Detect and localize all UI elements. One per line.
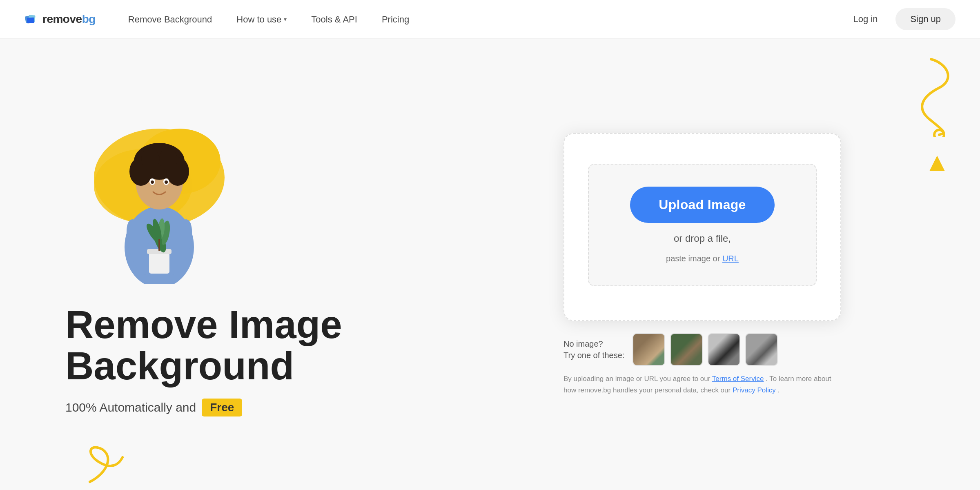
signup-button[interactable]: Sign up bbox=[895, 8, 956, 30]
terms-of-service-link[interactable]: Terms of Service bbox=[712, 375, 764, 383]
sample-image-4[interactable] bbox=[745, 333, 778, 366]
svg-rect-20 bbox=[149, 251, 169, 274]
nav-item-tools-api[interactable]: Tools & API bbox=[299, 0, 370, 39]
login-button[interactable]: Log in bbox=[845, 10, 886, 29]
svg-rect-2 bbox=[27, 18, 35, 24]
nav-item-pricing[interactable]: Pricing bbox=[370, 0, 421, 39]
sample-image-1[interactable] bbox=[633, 333, 665, 366]
privacy-policy-link[interactable]: Privacy Policy bbox=[733, 386, 776, 394]
drop-text: or drop a file, bbox=[674, 233, 731, 244]
right-section: Upload Image or drop a file, paste image… bbox=[490, 133, 939, 395]
nav-right: Log in Sign up bbox=[845, 8, 956, 30]
svg-point-14 bbox=[141, 148, 159, 171]
decoration-squiggle-top-right bbox=[898, 55, 964, 137]
svg-point-18 bbox=[151, 180, 154, 184]
logo[interactable]: removebg bbox=[24, 12, 96, 27]
logo-text: removebg bbox=[42, 13, 96, 26]
sample-image-3[interactable] bbox=[708, 333, 740, 366]
main-content: Remove Image Background 100% Automatical… bbox=[0, 39, 980, 490]
paste-text: paste image or URL bbox=[666, 254, 739, 263]
sample-image-2[interactable] bbox=[670, 333, 703, 366]
nav-item-remove-background[interactable]: Remove Background bbox=[116, 0, 224, 39]
person-illustration bbox=[98, 129, 220, 284]
url-link[interactable]: URL bbox=[722, 254, 739, 263]
logo-icon bbox=[24, 12, 39, 27]
sample-label: No image? Try one of these: bbox=[564, 338, 624, 361]
svg-rect-27 bbox=[158, 239, 160, 251]
svg-point-15 bbox=[159, 148, 177, 171]
svg-marker-29 bbox=[929, 156, 945, 171]
svg-point-19 bbox=[165, 180, 168, 184]
decoration-squiggle-bottom-left bbox=[82, 441, 131, 490]
upload-drop-area[interactable]: Upload Image or drop a file, paste image… bbox=[588, 164, 817, 286]
hero-subtitle: 100% Automatically and Free bbox=[65, 399, 490, 416]
sample-section: No image? Try one of these: bbox=[564, 333, 841, 366]
navbar: removebg Remove Background How to use ▾ … bbox=[0, 0, 980, 39]
free-badge: Free bbox=[202, 399, 242, 416]
left-section: Remove Image Background 100% Automatical… bbox=[41, 112, 490, 417]
hero-title: Remove Image Background bbox=[65, 304, 351, 387]
hero-image-container bbox=[65, 112, 278, 284]
nav-links: Remove Background How to use ▾ Tools & A… bbox=[116, 0, 845, 39]
nav-item-how-to-use[interactable]: How to use ▾ bbox=[224, 0, 299, 39]
terms-text: By uploading an image or URL you agree t… bbox=[564, 373, 841, 395]
upload-card: Upload Image or drop a file, paste image… bbox=[564, 133, 841, 321]
sample-images bbox=[633, 333, 778, 366]
decoration-triangle bbox=[927, 153, 947, 175]
upload-image-button[interactable]: Upload Image bbox=[630, 187, 774, 223]
chevron-down-icon: ▾ bbox=[284, 0, 287, 39]
